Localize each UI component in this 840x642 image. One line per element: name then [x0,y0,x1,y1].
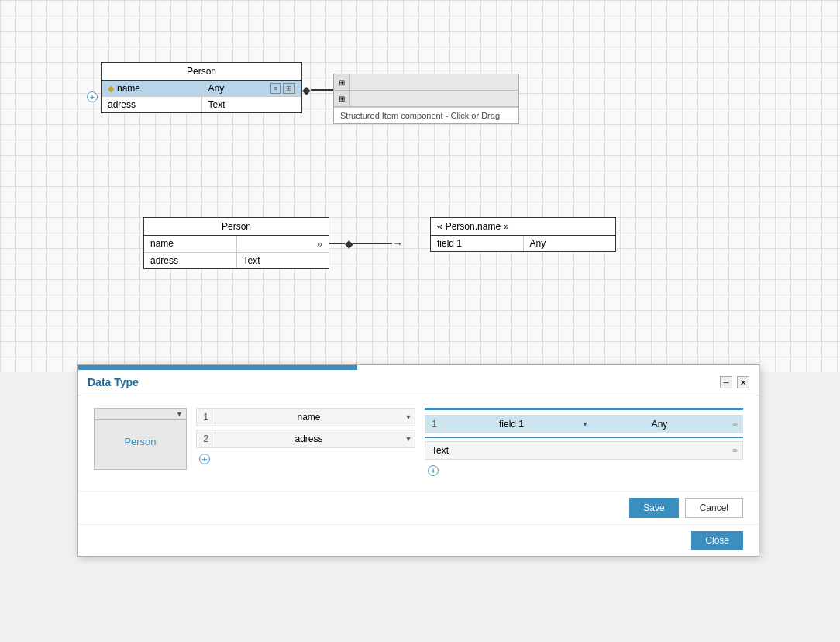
d2-left-title: Person [144,218,329,236]
field-num-1: 1 [197,409,215,426]
d2-right-title: « Person.name » [431,218,615,236]
chevron-right-d2: » [317,238,322,250]
subfield-link-text[interactable]: ⚭ [727,445,742,457]
diagram1: + Person ◆ name Any ≡ ⊞ adress Tex [101,62,302,113]
subfield-dropdown-1[interactable]: ▼ [579,420,591,428]
add-subfield-button[interactable]: + [428,465,439,476]
subfield-name-1[interactable] [449,416,574,433]
key-icon-d1: ◆ [108,84,114,94]
arrow-right-d2: → [392,237,403,250]
minimize-button[interactable]: ─ [720,376,732,388]
entity-row-adress-d1[interactable]: adress Text [102,97,301,112]
field-dropdown-2[interactable]: ▼ [402,433,415,445]
dialog-controls: ─ ✕ [720,376,749,388]
fields-section: 1 ▼ 2 ▼ + [196,408,415,467]
tooltip-popup: ⊞ ⊞ Structured Item component - Click or… [333,74,519,124]
person-type-box: ▼ Person [94,408,187,470]
field-row-1[interactable]: 1 ▼ [196,408,415,426]
close-button-dialog[interactable]: ✕ [737,376,749,388]
subfields-section: 1 ▼ ⚭ Text ⚭ + [425,408,743,478]
entity-title-d1: Person [102,63,301,81]
entity-box-d1: Person ◆ name Any ≡ ⊞ adress Text [101,62,302,113]
field-dropdown-1[interactable]: ▼ [402,411,415,423]
field-num-2: 2 [197,430,215,447]
save-button[interactable]: Save [629,498,678,518]
field-name-input-2[interactable] [220,430,398,447]
person-dropdown-arrow[interactable]: ▼ [176,410,183,418]
d2-left-entity: Person name » adress Text ◆ → [143,217,329,269]
subfield-text-row[interactable]: Text ⚭ [425,441,743,460]
entity-row-name-d1[interactable]: ◆ name Any ≡ ⊞ [102,81,301,97]
field-name-input-1[interactable] [220,409,398,426]
add-field-button[interactable]: + [199,454,210,464]
entity-field-name-d1: ◆ name [102,81,202,96]
subfield-row-1[interactable]: 1 ▼ ⚭ [425,415,743,433]
d2-subrow-field1[interactable]: field 1 Any [431,236,615,251]
list-icon-d1[interactable]: ≡ [270,83,281,94]
field-row-2[interactable]: 2 ▼ [196,430,415,448]
add-subfield-row: + [425,463,743,478]
grid-icon-bottom: ⊞ [339,95,345,103]
tooltip-text: Structured Item component - Click or Dra… [334,107,518,123]
add-field-row: + [196,451,415,467]
highlight-line-top [425,408,743,410]
table-icon-d1[interactable]: ⊞ [283,83,295,94]
grid-icon-top: ⊞ [339,78,345,87]
subfield-link-1[interactable]: ⚭ [727,419,742,430]
d2-right-entity: « Person.name » field 1 Any [430,217,616,252]
diamond-connector-d1: ◆ [302,84,311,96]
person-box-header: ▼ [95,409,186,420]
entity-type-name-d1: Any ≡ ⊞ [202,81,302,96]
dialog-title: Data Type [88,376,139,388]
diamond-d2: ◆ [345,237,353,250]
dialog-body: ▼ Person 1 ▼ 2 ▼ + [78,395,759,491]
highlight-line-mid [425,437,743,438]
subfield-num-1: 1 [425,416,444,433]
dialog-title-bar: Data Type ─ ✕ [78,370,759,395]
subfield-type-1[interactable] [596,416,722,433]
d2-row-name[interactable]: name » [144,236,329,253]
close-button[interactable]: Close [691,531,743,550]
cancel-button[interactable]: Cancel [685,498,743,518]
d2-row-adress[interactable]: adress Text [144,253,329,268]
diagram2: Person name » adress Text ◆ → [143,217,329,269]
add-field-button-d1[interactable]: + [87,91,98,102]
canvas-area: + Person ◆ name Any ≡ ⊞ adress Tex [0,0,840,372]
dialog-close-footer: Close [78,524,759,556]
dialog: Data Type ─ ✕ ▼ Person 1 ▼ 2 [77,364,759,557]
person-label: Person [95,420,186,463]
dialog-save-footer: Save Cancel [78,491,759,524]
subfield-text: Text [425,442,722,459]
